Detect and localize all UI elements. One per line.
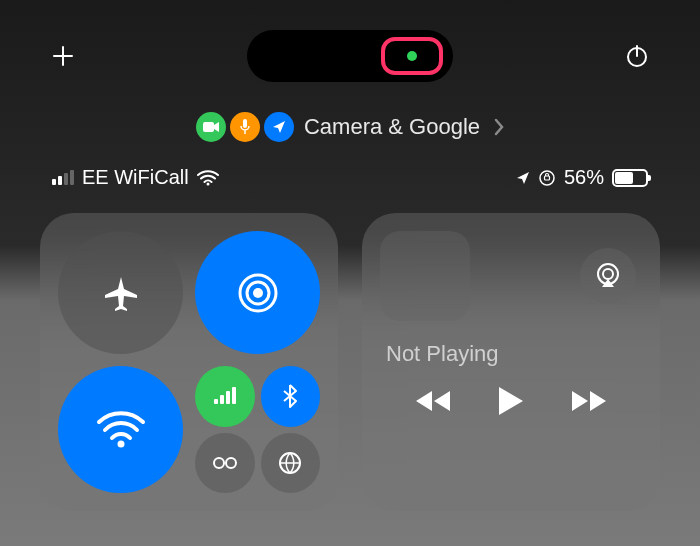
location-icon (264, 112, 294, 142)
status-right: 56% (516, 166, 648, 189)
wifi-icon (197, 170, 219, 186)
chevron-right-icon (494, 118, 504, 136)
microphone-icon (230, 112, 260, 142)
svg-rect-1 (203, 122, 214, 132)
connectivity-tile[interactable] (40, 213, 338, 511)
cellular-data-button[interactable] (195, 366, 255, 427)
wifi-button[interactable] (58, 366, 183, 493)
airplane-mode-button[interactable] (58, 231, 183, 354)
location-status-icon (516, 171, 530, 185)
cellular-signal-icon (52, 170, 74, 185)
add-button[interactable] (45, 38, 81, 74)
battery-icon (612, 169, 648, 187)
rotation-lock-icon (538, 169, 556, 187)
battery-percent: 56% (564, 166, 604, 189)
svg-rect-5 (544, 176, 549, 180)
top-bar (0, 0, 700, 92)
power-button[interactable] (619, 38, 655, 74)
status-bar: EE WiFiCall 56% (0, 142, 700, 197)
personal-hotspot-button[interactable] (195, 433, 255, 494)
vpn-button[interactable] (261, 433, 321, 494)
svg-rect-13 (232, 387, 236, 404)
carrier-label: EE WiFiCall (82, 166, 189, 189)
svg-point-3 (206, 182, 209, 185)
media-tile[interactable]: Not Playing (362, 213, 660, 511)
privacy-indicator-row[interactable]: Camera & Google (0, 112, 700, 142)
svg-point-9 (117, 440, 124, 447)
media-artwork (380, 231, 470, 321)
dynamic-island[interactable] (247, 30, 453, 82)
airdrop-button[interactable] (195, 231, 320, 354)
privacy-icons (196, 112, 294, 142)
tiles-row: Not Playing (0, 197, 700, 527)
bluetooth-button[interactable] (261, 366, 321, 427)
rewind-button[interactable] (414, 389, 452, 413)
svg-rect-11 (220, 395, 224, 404)
svg-rect-10 (214, 399, 218, 404)
svg-point-19 (603, 269, 613, 279)
camera-icon (196, 112, 226, 142)
play-button[interactable] (497, 385, 525, 417)
forward-button[interactable] (570, 389, 608, 413)
connectivity-mini-grid (195, 366, 320, 493)
media-status-label: Not Playing (386, 341, 642, 367)
status-left: EE WiFiCall (52, 166, 219, 189)
svg-point-6 (253, 288, 263, 298)
svg-rect-2 (243, 119, 247, 128)
svg-rect-12 (226, 391, 230, 404)
media-controls (380, 385, 642, 417)
camera-active-dot-icon (407, 51, 417, 61)
airplay-button[interactable] (580, 248, 636, 304)
privacy-label: Camera & Google (304, 114, 480, 140)
privacy-indicator-highlight (381, 37, 443, 75)
